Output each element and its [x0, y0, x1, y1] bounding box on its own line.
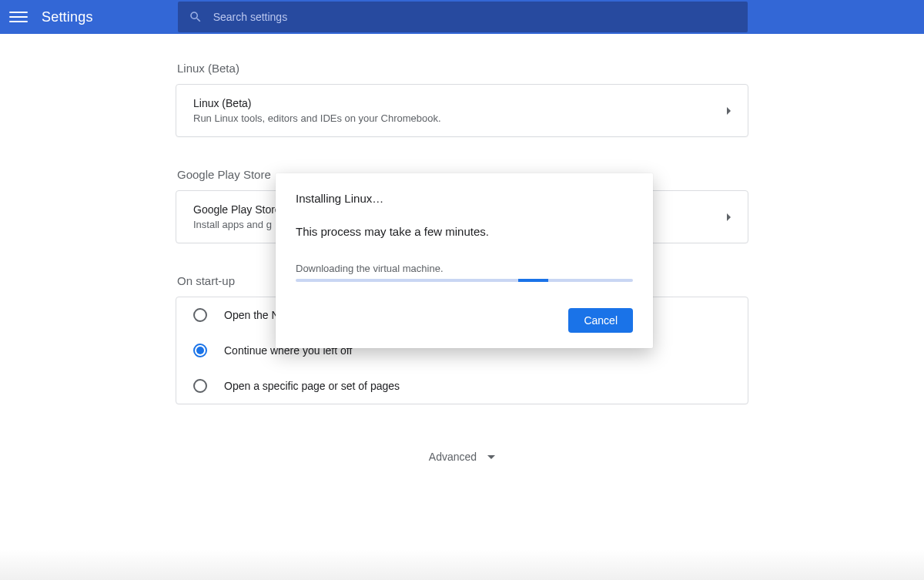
top-toolbar: Settings [0, 0, 924, 34]
menu-icon[interactable] [9, 8, 28, 26]
advanced-toggle[interactable]: Advanced [176, 451, 748, 463]
radio-icon [193, 308, 207, 322]
search-field[interactable] [178, 2, 748, 32]
dialog-title: Installing Linux… [296, 192, 633, 205]
linux-card: Linux (Beta) Run Linux tools, editors an… [176, 84, 748, 137]
search-input[interactable] [213, 11, 737, 23]
linux-row-title: Linux (Beta) [193, 97, 727, 109]
install-linux-dialog: Installing Linux… This process may take … [276, 173, 653, 348]
page-title: Settings [42, 9, 93, 25]
chevron-right-icon [727, 213, 731, 221]
chevron-down-icon [487, 455, 495, 459]
bottom-shadow [0, 549, 924, 580]
radio-icon [193, 344, 207, 357]
radio-icon [193, 379, 207, 393]
section-linux: Linux (Beta) Linux (Beta) Run Linux tool… [176, 62, 748, 137]
search-icon [189, 10, 203, 24]
linux-row[interactable]: Linux (Beta) Run Linux tools, editors an… [176, 85, 748, 136]
linux-row-subtitle: Run Linux tools, editors and IDEs on you… [193, 112, 727, 124]
startup-option-2-label: Open a specific page or set of pages [224, 380, 400, 392]
chevron-right-icon [727, 107, 731, 115]
startup-option-2[interactable]: Open a specific page or set of pages [176, 368, 748, 404]
dialog-message: This process may take a few minutes. [296, 225, 633, 238]
progress-indicator [518, 279, 548, 282]
advanced-label: Advanced [429, 451, 477, 463]
section-heading-linux: Linux (Beta) [177, 62, 748, 75]
cancel-button[interactable]: Cancel [568, 308, 633, 333]
startup-option-0-label: Open the N [224, 309, 280, 321]
dialog-status: Downloading the virtual machine. [296, 263, 633, 274]
progress-bar [296, 279, 633, 282]
